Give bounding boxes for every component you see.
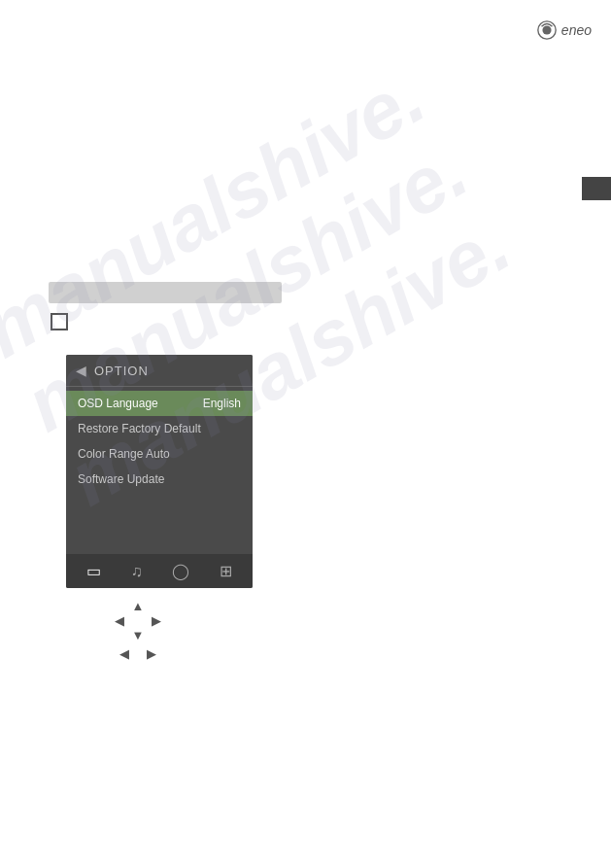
time-nav-icon[interactable]: ◯ [172,562,189,580]
dir-row-down: ▼ [115,629,161,642]
up-arrow[interactable]: ▲ [132,600,145,612]
menu-nav-bar: ▭ ♫ ◯ ⊞ [66,554,253,588]
menu-item-label-restore-factory: Restore Factory Default [78,422,201,435]
right-arrow[interactable]: ▶ [152,614,161,627]
dir-row-lr2: ◀ ▶ [115,647,161,660]
grid-nav-icon[interactable]: ⊞ [220,562,232,580]
left-arrow-2[interactable]: ◀ [119,647,129,660]
dir-row-up: ▲ [115,600,161,612]
menu-item-software-update[interactable]: Software Update [66,467,253,492]
menu-header: ◀ OPTION [66,355,253,387]
osd-menu: ◀ OPTION OSD Language English Restore Fa… [66,355,253,588]
audio-nav-icon[interactable]: ♫ [131,563,143,580]
eneo-logo-icon [536,19,558,41]
direction-controls: ▲ ◀ ▶ ▼ ◀ ▶ [115,598,161,662]
gray-bar [49,282,282,303]
logo-text: eneo [561,22,592,38]
menu-item-label-color-range: Color Range Auto [78,447,170,461]
menu-item-value-osd-language: English [203,397,241,410]
left-arrow[interactable]: ◀ [115,614,124,627]
menu-item-label-osd-language: OSD Language [78,397,158,410]
menu-item-label-software-update: Software Update [78,472,164,486]
menu-item-restore-factory[interactable]: Restore Factory Default [66,416,253,441]
dir-row-mid: ◀ ▶ [115,614,161,627]
logo-area: eneo [536,19,592,41]
display-nav-icon[interactable]: ▭ [86,562,101,580]
menu-title: OPTION [94,364,149,378]
menu-item-osd-language[interactable]: OSD Language English [66,391,253,416]
checkbox[interactable] [51,313,68,330]
svg-point-1 [542,25,551,34]
down-arrow[interactable]: ▼ [132,629,145,642]
menu-item-color-range[interactable]: Color Range Auto [66,441,253,467]
menu-items-list: OSD Language English Restore Factory Def… [66,387,253,496]
back-button[interactable]: ◀ [76,363,86,378]
dark-side-bar [582,177,611,200]
right-arrow-2[interactable]: ▶ [147,647,156,660]
